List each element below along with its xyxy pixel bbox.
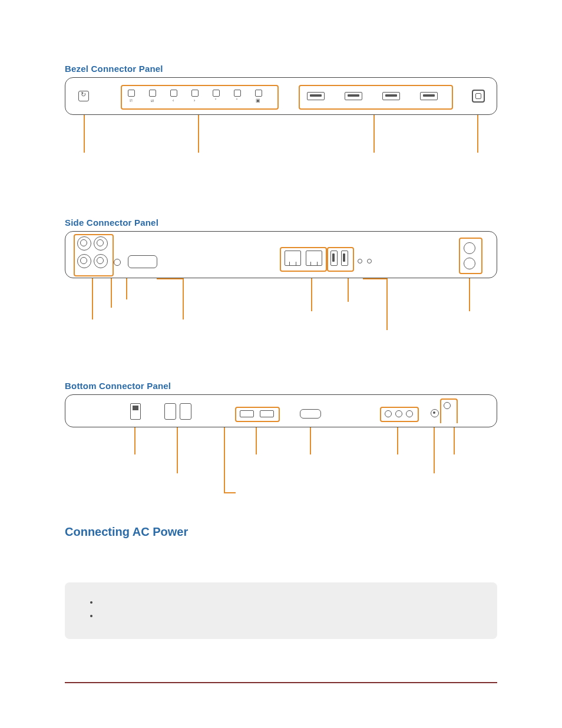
- headphone-jack-icon: [431, 409, 439, 417]
- highlight-osd-buttons: [121, 85, 279, 110]
- side-callout-4h: [157, 278, 184, 279]
- bezel-panel-diagram: ↻ ⎚ ⧄ ‹ › ˅ ˄ ▣: [65, 77, 497, 115]
- power-body-2: [65, 562, 497, 571]
- bottom-callout-3: [224, 427, 225, 492]
- reset-button-icon: ↻: [78, 91, 89, 101]
- side-heading: Side Connector Panel: [65, 218, 497, 228]
- callout-line-3: [373, 115, 375, 153]
- side-panel-diagram: [65, 231, 497, 278]
- highlight-bnc-group: [74, 234, 114, 276]
- side-callout-6: [348, 278, 349, 302]
- side-callouts: [65, 278, 497, 343]
- side-callout-7: [386, 278, 388, 330]
- side-callout-2: [111, 278, 112, 308]
- power-heading: Connecting AC Power: [65, 525, 497, 539]
- side-callout-7h: [363, 278, 388, 279]
- notes-box: [65, 582, 497, 639]
- bottom-callouts: [65, 427, 497, 504]
- ac-inlet-1-icon: [164, 403, 176, 420]
- document-page: Bezel Connector Panel ↻ ⎚ ⧄ ‹ › ˅ ˄ ▣: [0, 0, 562, 728]
- bottom-callout-4: [256, 427, 257, 454]
- side-callout-1: [92, 278, 93, 319]
- bezel-callouts: [65, 115, 497, 180]
- bottom-panel-diagram: [65, 394, 497, 427]
- footer-rule: [65, 682, 497, 683]
- side-callout-3: [126, 278, 127, 299]
- status-led-1-icon: [358, 259, 362, 263]
- audio-jack-icon: [114, 259, 121, 266]
- bezel-heading: Bezel Connector Panel: [65, 64, 497, 74]
- bezel-section: Bezel Connector Panel ↻ ⎚ ⧄ ‹ › ˅ ˄ ▣: [65, 64, 497, 180]
- bottom-callout-2: [177, 427, 178, 473]
- side-section: Side Connector Panel: [65, 218, 497, 343]
- bottom-callout-6: [397, 427, 398, 454]
- highlight-rca-group: [380, 407, 419, 422]
- bottom-section: Bottom Connector Panel: [65, 381, 497, 504]
- ac-inlet-2-icon: [180, 403, 191, 420]
- bottom-callout-8: [454, 427, 455, 454]
- side-callout-5: [311, 278, 312, 311]
- bottom-callout-7: [434, 427, 435, 473]
- callout-line-4: [477, 115, 478, 153]
- callout-line-2: [198, 115, 199, 153]
- highlight-usb-group: [299, 85, 453, 110]
- notes-list: [82, 597, 480, 622]
- highlight-round-buttons: [459, 238, 482, 274]
- vga-port-icon: [300, 409, 321, 419]
- side-callout-8: [469, 278, 470, 311]
- side-callout-4: [183, 278, 184, 319]
- serial-db9-icon: [128, 255, 157, 268]
- bottom-callout-5: [310, 427, 311, 454]
- highlight-hdmi-group: [235, 407, 280, 422]
- bottom-callout-1: [134, 427, 135, 454]
- power-body-1: [65, 548, 497, 556]
- highlight-aux: [440, 398, 458, 423]
- highlight-usb-vertical-group: [327, 247, 354, 272]
- power-switch-icon: [130, 403, 141, 420]
- bottom-heading: Bottom Connector Panel: [65, 381, 497, 391]
- camera-connector-icon: [472, 90, 485, 103]
- note-item-1: [99, 597, 480, 609]
- callout-line-1: [84, 115, 85, 153]
- highlight-ethernet-group: [280, 247, 327, 272]
- bottom-callout-3h: [224, 492, 236, 493]
- note-item-2: [99, 610, 480, 622]
- status-led-2-icon: [367, 259, 372, 263]
